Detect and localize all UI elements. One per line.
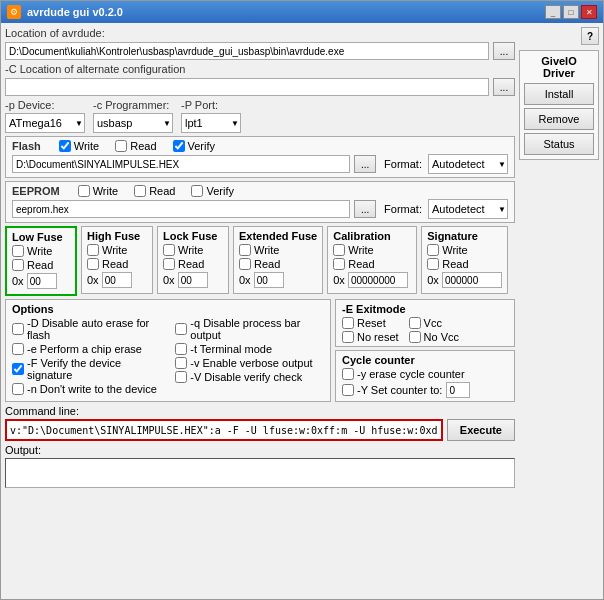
cycle-set-checkbox[interactable] [342, 384, 354, 396]
signature-read-checkbox[interactable] [427, 258, 439, 270]
eeprom-verify-label[interactable]: Verify [191, 185, 234, 197]
calibration-read-checkbox[interactable] [333, 258, 345, 270]
option-n-label[interactable]: -n Don't write to the device [12, 383, 165, 395]
low-fuse-write-label[interactable]: Write [12, 245, 52, 257]
option-V-label[interactable]: -V Disable verify check [175, 371, 324, 383]
low-fuse-hex-input[interactable] [27, 273, 57, 289]
flash-format-dropdown[interactable]: Autodetect [428, 154, 508, 174]
command-input[interactable] [5, 419, 443, 441]
option-D-checkbox[interactable] [12, 323, 24, 335]
lock-fuse-read-label[interactable]: Read [163, 258, 204, 270]
flash-format-dropdown-wrapper: Autodetect ▼ [428, 154, 508, 174]
device-dropdown[interactable]: ATmega16 [5, 113, 85, 133]
option-V-checkbox[interactable] [175, 371, 187, 383]
maximize-button[interactable]: □ [563, 5, 579, 19]
high-fuse-write-label[interactable]: Write [87, 244, 127, 256]
exit-noreset-checkbox[interactable] [342, 331, 354, 343]
exit-reset-checkbox[interactable] [342, 317, 354, 329]
low-fuse-read-label[interactable]: Read [12, 259, 53, 271]
low-fuse-hex-prefix: 0x [12, 275, 24, 287]
help-button[interactable]: ? [581, 27, 599, 45]
option-D-label[interactable]: -D Disable auto erase for flash [12, 317, 165, 341]
config-browse-button[interactable]: ... [493, 78, 515, 96]
avrdude-location-input[interactable] [5, 42, 489, 60]
eeprom-verify-checkbox[interactable] [191, 185, 203, 197]
option-t-label[interactable]: -t Terminal mode [175, 343, 324, 355]
lock-fuse-write-checkbox[interactable] [163, 244, 175, 256]
option-e-checkbox[interactable] [12, 343, 24, 355]
calibration-write-checkbox[interactable] [333, 244, 345, 256]
flash-write-label[interactable]: Write [59, 140, 99, 152]
exit-vcc-checkbox[interactable] [409, 317, 421, 329]
flash-file-input[interactable] [12, 155, 350, 173]
exit-vcc-label[interactable]: Vcc [409, 317, 459, 329]
low-fuse-write-checkbox[interactable] [12, 245, 24, 257]
option-e-label[interactable]: -e Perform a chip erase [12, 343, 165, 355]
extended-fuse-write-checkbox[interactable] [239, 244, 251, 256]
option-q-checkbox[interactable] [175, 323, 187, 335]
high-fuse-read-label[interactable]: Read [87, 258, 128, 270]
eeprom-write-label[interactable]: Write [78, 185, 118, 197]
lock-fuse-write-label[interactable]: Write [163, 244, 203, 256]
flash-read-label[interactable]: Read [115, 140, 156, 152]
calibration-write-label[interactable]: Write [333, 244, 373, 256]
eeprom-read-checkbox[interactable] [134, 185, 146, 197]
calibration-read-label[interactable]: Read [333, 258, 374, 270]
flash-verify-label[interactable]: Verify [173, 140, 216, 152]
option-q-text: -q Disable process bar output [190, 317, 324, 341]
high-fuse-hex-input[interactable] [102, 272, 132, 288]
flash-write-checkbox[interactable] [59, 140, 71, 152]
install-button[interactable]: Install [524, 83, 594, 105]
commandline-row: Execute [5, 419, 515, 441]
extended-fuse-read-checkbox[interactable] [239, 258, 251, 270]
port-dropdown[interactable]: lpt1 [181, 113, 241, 133]
avrdude-browse-button[interactable]: ... [493, 42, 515, 60]
options-title: Options [12, 303, 324, 315]
flash-browse-button[interactable]: ... [354, 155, 376, 173]
high-fuse-write-checkbox[interactable] [87, 244, 99, 256]
signature-read-label[interactable]: Read [427, 258, 468, 270]
programmer-dropdown[interactable]: usbasp [93, 113, 173, 133]
exit-noreset-label[interactable]: No reset [342, 331, 399, 343]
option-n-checkbox[interactable] [12, 383, 24, 395]
exit-novcc-checkbox[interactable] [409, 331, 421, 343]
extended-fuse-read-label[interactable]: Read [239, 258, 280, 270]
option-q-label[interactable]: -q Disable process bar output [175, 317, 324, 341]
cycle-erase-checkbox[interactable] [342, 368, 354, 380]
high-fuse-read-checkbox[interactable] [87, 258, 99, 270]
eeprom-file-input[interactable] [12, 200, 350, 218]
option-v-checkbox[interactable] [175, 357, 187, 369]
calibration-hex-input[interactable] [348, 272, 408, 288]
option-t-checkbox[interactable] [175, 343, 187, 355]
extended-fuse-write-label[interactable]: Write [239, 244, 279, 256]
extended-fuse-write-text: Write [254, 244, 279, 256]
option-F-label[interactable]: -F Verify the device signature [12, 357, 165, 381]
minimize-button[interactable]: _ [545, 5, 561, 19]
exit-novcc-label[interactable]: No Vcc [409, 331, 459, 343]
lock-fuse-title: Lock Fuse [163, 230, 223, 242]
flash-verify-checkbox[interactable] [173, 140, 185, 152]
low-fuse-read-checkbox[interactable] [12, 259, 24, 271]
close-button[interactable]: ✕ [581, 5, 597, 19]
cycle-set-label[interactable]: -Y Set counter to: [342, 384, 442, 396]
remove-button[interactable]: Remove [524, 108, 594, 130]
option-F-checkbox[interactable] [12, 363, 24, 375]
eeprom-format-dropdown[interactable]: Autodetect [428, 199, 508, 219]
config-input[interactable] [5, 78, 489, 96]
execute-button[interactable]: Execute [447, 419, 515, 441]
signature-write-checkbox[interactable] [427, 244, 439, 256]
lock-fuse-hex-input[interactable] [178, 272, 208, 288]
cycle-erase-label[interactable]: -y erase cycle counter [342, 368, 508, 380]
cycle-counter-input[interactable] [446, 382, 470, 398]
eeprom-write-checkbox[interactable] [78, 185, 90, 197]
exit-reset-label[interactable]: Reset [342, 317, 399, 329]
option-v-label[interactable]: -v Enable verbose output [175, 357, 324, 369]
lock-fuse-read-checkbox[interactable] [163, 258, 175, 270]
flash-read-checkbox[interactable] [115, 140, 127, 152]
status-button[interactable]: Status [524, 133, 594, 155]
signature-hex-input[interactable] [442, 272, 502, 288]
extended-fuse-hex-input[interactable] [254, 272, 284, 288]
eeprom-read-label[interactable]: Read [134, 185, 175, 197]
signature-write-label[interactable]: Write [427, 244, 467, 256]
eeprom-browse-button[interactable]: ... [354, 200, 376, 218]
